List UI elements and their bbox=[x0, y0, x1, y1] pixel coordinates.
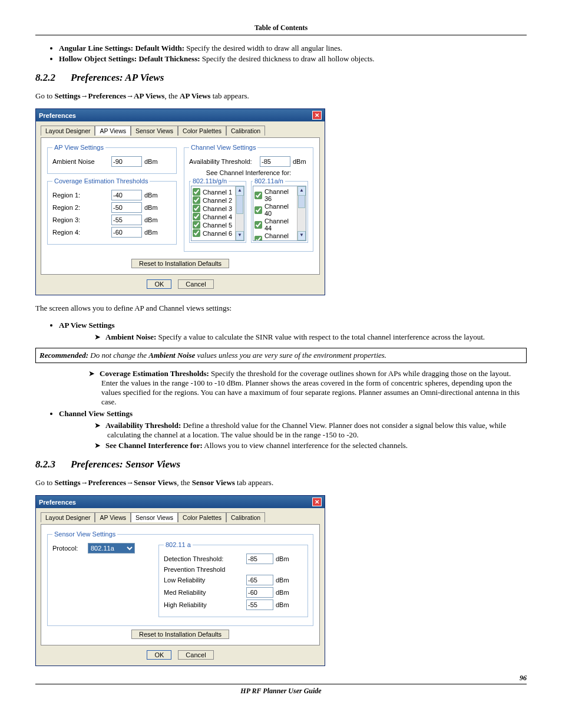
ambient-noise-bold: Ambient Noise: bbox=[105, 332, 156, 341]
bgn-ch4-checkbox[interactable] bbox=[193, 213, 200, 220]
scroll-thumb[interactable] bbox=[298, 195, 305, 208]
low-reliability-label: Low Reliability bbox=[164, 577, 246, 584]
bgn-group: 802.11b/g/n Channel 1 Channel 2 Channel … bbox=[189, 177, 246, 243]
cancel-button[interactable]: Cancel bbox=[178, 279, 213, 289]
section-822-num: 8.2.2 bbox=[35, 72, 71, 84]
bgn-ch1-checkbox[interactable] bbox=[193, 188, 200, 196]
an-legend: 802.11a/n bbox=[253, 177, 285, 185]
tab-layout-designer[interactable]: Layout Designer bbox=[41, 512, 95, 522]
dialog-tabs: Layout DesignerAP ViewsSensor ViewsColor… bbox=[41, 125, 320, 135]
sensor-view-settings-legend: Sensor View Settings bbox=[52, 531, 117, 538]
region4-label: Region 4: bbox=[52, 229, 111, 236]
chevron-down-icon[interactable]: ▼ bbox=[236, 231, 244, 241]
tab-color-palettes[interactable]: Color Palettes bbox=[178, 512, 226, 522]
bgn-ch2-checkbox[interactable] bbox=[193, 196, 200, 204]
list-item: See Channel Interference for: Allows you… bbox=[107, 441, 527, 450]
close-icon[interactable]: ✕ bbox=[312, 111, 322, 120]
region1-input[interactable] bbox=[111, 190, 142, 200]
arrow-icon: → bbox=[81, 478, 88, 487]
an-ch40-checkbox[interactable] bbox=[254, 206, 262, 214]
bgn-ch6-checkbox[interactable] bbox=[193, 229, 200, 237]
scrollbar[interactable]: ▲▼ bbox=[297, 186, 306, 241]
tab-calibration[interactable]: Calibration bbox=[226, 126, 265, 136]
goto-apviews2: AP Views bbox=[180, 91, 210, 100]
tab-sensor-views[interactable]: Sensor Views bbox=[131, 512, 178, 522]
chevron-up-icon[interactable]: ▲ bbox=[297, 186, 306, 196]
ambient-noise-label: Ambient Noise bbox=[52, 158, 111, 165]
arrow-icon: → bbox=[126, 478, 134, 487]
unit-dbm: dBm bbox=[144, 216, 158, 223]
page-footer: 96 HP RF Planner User Guide bbox=[35, 684, 527, 696]
bgn-channel-list[interactable]: Channel 1 Channel 2 Channel 3 Channel 4 … bbox=[191, 186, 244, 241]
availability-threshold-input[interactable] bbox=[260, 156, 290, 167]
tab-sensor-views[interactable]: Sensor Views bbox=[131, 126, 178, 136]
list-item: Ambient Noise: Specify a value to calcul… bbox=[107, 332, 527, 342]
section-822-title: Preferences: AP Views bbox=[71, 72, 164, 83]
ambient-noise-input[interactable] bbox=[111, 156, 142, 167]
close-icon[interactable]: ✕ bbox=[312, 498, 322, 506]
an-ch36-label: Channel 36 bbox=[265, 188, 296, 202]
low-reliability-input[interactable] bbox=[246, 575, 273, 585]
unit-dbm: dBm bbox=[276, 577, 289, 584]
list-item: Availability Threshold: Define a thresho… bbox=[107, 421, 527, 440]
an-ch36-checkbox[interactable] bbox=[254, 192, 262, 199]
unit-dbm: dBm bbox=[144, 158, 158, 165]
list-item: Hollow Object Settings: Default Thicknes… bbox=[59, 54, 527, 64]
tab-layout-designer[interactable]: Layout Designer bbox=[41, 126, 95, 136]
page-header: Table of Contents bbox=[35, 24, 527, 35]
bgn-ch5-checkbox[interactable] bbox=[193, 221, 200, 229]
list-item: Angular Line Settings: Default Width: Sp… bbox=[59, 44, 527, 53]
angular-line-text: Specify the desired width to draw all an… bbox=[184, 44, 342, 52]
an-ch44-checkbox[interactable] bbox=[254, 221, 262, 229]
chevron-down-icon[interactable]: ▼ bbox=[297, 231, 306, 241]
chevron-up-icon[interactable]: ▲ bbox=[236, 186, 244, 196]
list-item: AP View Settings Ambient Noise: Specify … bbox=[59, 321, 527, 342]
detection-threshold-label: Detection Threshold: bbox=[164, 555, 246, 562]
section-823-goto: Go to Settings→Preferences→Sensor Views,… bbox=[35, 478, 527, 487]
bgn-ch6-label: Channel 6 bbox=[203, 230, 232, 237]
unit-dbm: dBm bbox=[144, 204, 158, 211]
hollow-obj-bold: Hollow Object Settings: Default Thicknes… bbox=[59, 54, 200, 63]
reset-defaults-button[interactable]: Reset to Installation Defaults bbox=[131, 630, 229, 639]
ok-button[interactable]: OK bbox=[147, 279, 171, 289]
dialog-titlebar[interactable]: Preferences ✕ bbox=[36, 496, 325, 508]
section-823-title: Preferences: Sensor Views bbox=[71, 459, 180, 470]
cancel-button[interactable]: Cancel bbox=[178, 650, 213, 660]
protocol-select[interactable]: 802.11a bbox=[88, 543, 135, 554]
region4-input[interactable] bbox=[111, 227, 142, 238]
page-number: 96 bbox=[520, 674, 527, 683]
ambient-noise-text: Specify a value to calculate the SINR va… bbox=[156, 332, 485, 341]
availability-threshold-label: Availability Threshold: bbox=[189, 158, 260, 165]
tab-ap-views[interactable]: AP Views bbox=[95, 512, 131, 522]
goto-prefix: Go to bbox=[35, 91, 55, 100]
scroll-thumb[interactable] bbox=[236, 195, 243, 214]
top-bullet-list: Angular Line Settings: Default Width: Sp… bbox=[35, 44, 527, 64]
ok-button[interactable]: OK bbox=[147, 650, 171, 660]
ap-view-settings-group: AP View Settings Ambient Noise dBm bbox=[47, 144, 177, 174]
tab-ap-views[interactable]: AP Views bbox=[95, 126, 131, 136]
reset-defaults-button[interactable]: Reset to Installation Defaults bbox=[131, 259, 229, 268]
region3-input[interactable] bbox=[111, 215, 142, 225]
goto-sensorviews: Sensor Views bbox=[134, 478, 177, 487]
an-ch48-checkbox[interactable] bbox=[254, 236, 262, 242]
bgn-ch1-label: Channel 1 bbox=[203, 189, 232, 196]
arrow-icon: → bbox=[126, 91, 134, 100]
region2-label: Region 2: bbox=[52, 204, 111, 211]
scrollbar[interactable]: ▲▼ bbox=[235, 186, 244, 241]
med-reliability-input[interactable] bbox=[246, 587, 273, 598]
unit-dbm: dBm bbox=[276, 601, 289, 608]
an-channel-list[interactable]: Channel 36 Channel 40 Channel 44 Channel… bbox=[253, 186, 306, 241]
tab-color-palettes[interactable]: Color Palettes bbox=[178, 126, 226, 136]
high-reliability-input[interactable] bbox=[246, 599, 273, 610]
goto-settings: Settings bbox=[55, 91, 81, 100]
unit-dbm: dBm bbox=[276, 589, 289, 596]
region2-input[interactable] bbox=[111, 202, 142, 213]
dialog-titlebar[interactable]: Preferences ✕ bbox=[36, 109, 325, 121]
unit-dbm: dBm bbox=[293, 158, 306, 165]
goto-mid: , the bbox=[177, 478, 192, 487]
bgn-ch3-checkbox[interactable] bbox=[193, 205, 200, 212]
tab-calibration[interactable]: Calibration bbox=[226, 512, 265, 522]
goto-prefs: Preferences bbox=[88, 91, 126, 100]
recommended-label: Recommended: bbox=[39, 351, 88, 360]
detection-threshold-input[interactable] bbox=[246, 554, 273, 564]
